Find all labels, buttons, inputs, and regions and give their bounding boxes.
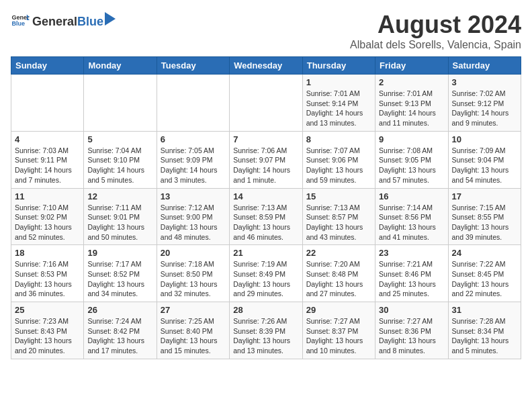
- calendar-week-row: 4Sunrise: 7:03 AMSunset: 9:11 PMDaylight…: [11, 131, 521, 188]
- calendar-week-row: 25Sunrise: 7:23 AMSunset: 8:43 PMDayligh…: [11, 302, 521, 359]
- day-number: 17: [452, 191, 517, 201]
- day-info: Sunrise: 7:15 AMSunset: 8:55 PMDaylight:…: [452, 203, 517, 242]
- day-number: 30: [379, 305, 444, 315]
- calendar-day-cell: 17Sunrise: 7:15 AMSunset: 8:55 PMDayligh…: [448, 188, 521, 245]
- weekday-header-cell: Thursday: [302, 57, 375, 75]
- calendar-day-cell: 21Sunrise: 7:19 AMSunset: 8:49 PMDayligh…: [230, 245, 302, 302]
- calendar-day-cell: 19Sunrise: 7:17 AMSunset: 8:52 PMDayligh…: [84, 245, 157, 302]
- calendar-day-cell: 25Sunrise: 7:23 AMSunset: 8:43 PMDayligh…: [11, 302, 84, 359]
- weekday-header-cell: Friday: [375, 57, 448, 75]
- day-number: 9: [379, 134, 444, 144]
- page-title: August 2024: [350, 11, 521, 39]
- calendar-day-cell: 20Sunrise: 7:18 AMSunset: 8:50 PMDayligh…: [157, 245, 229, 302]
- day-info: Sunrise: 7:12 AMSunset: 9:00 PMDaylight:…: [161, 203, 226, 242]
- calendar-day-cell: [11, 75, 84, 132]
- day-info: Sunrise: 7:04 AMSunset: 9:10 PMDaylight:…: [87, 146, 152, 185]
- calendar-day-cell: 30Sunrise: 7:27 AMSunset: 8:36 PMDayligh…: [375, 302, 448, 359]
- calendar-week-row: 11Sunrise: 7:10 AMSunset: 9:02 PMDayligh…: [11, 188, 521, 245]
- day-info: Sunrise: 7:25 AMSunset: 8:40 PMDaylight:…: [161, 316, 226, 356]
- header: General Blue GeneralBlue August 2024 Alb…: [11, 11, 521, 51]
- calendar-day-cell: 14Sunrise: 7:13 AMSunset: 8:59 PMDayligh…: [230, 188, 302, 245]
- day-info: Sunrise: 7:20 AMSunset: 8:48 PMDaylight:…: [306, 259, 371, 299]
- day-number: 19: [87, 248, 152, 258]
- day-number: 25: [15, 305, 80, 315]
- calendar-day-cell: 18Sunrise: 7:16 AMSunset: 8:53 PMDayligh…: [11, 245, 84, 302]
- day-number: 20: [161, 248, 226, 258]
- logo-arrow-icon: [105, 12, 116, 26]
- day-info: Sunrise: 7:22 AMSunset: 8:45 PMDaylight:…: [452, 259, 517, 299]
- day-number: 26: [87, 305, 152, 315]
- calendar-day-cell: 8Sunrise: 7:07 AMSunset: 9:06 PMDaylight…: [302, 131, 375, 188]
- day-info: Sunrise: 7:16 AMSunset: 8:53 PMDaylight:…: [15, 259, 80, 299]
- title-area: August 2024 Albalat dels Sorells, Valenc…: [350, 11, 521, 51]
- day-number: 16: [379, 191, 444, 201]
- day-info: Sunrise: 7:19 AMSunset: 8:49 PMDaylight:…: [233, 259, 298, 299]
- calendar-day-cell: [84, 75, 157, 132]
- calendar-day-cell: 15Sunrise: 7:13 AMSunset: 8:57 PMDayligh…: [302, 188, 375, 245]
- logo-general-text: General: [32, 15, 77, 29]
- day-number: 15: [306, 191, 371, 201]
- day-info: Sunrise: 7:05 AMSunset: 9:09 PMDaylight:…: [161, 146, 226, 185]
- day-number: 21: [233, 248, 298, 258]
- day-number: 28: [233, 305, 298, 315]
- day-number: 2: [379, 77, 444, 87]
- calendar-week-row: 18Sunrise: 7:16 AMSunset: 8:53 PMDayligh…: [11, 245, 521, 302]
- calendar-day-cell: [157, 75, 229, 132]
- day-number: 8: [306, 134, 371, 144]
- day-info: Sunrise: 7:17 AMSunset: 8:52 PMDaylight:…: [87, 259, 152, 299]
- day-info: Sunrise: 7:09 AMSunset: 9:04 PMDaylight:…: [452, 146, 517, 185]
- calendar-day-cell: 29Sunrise: 7:27 AMSunset: 8:37 PMDayligh…: [302, 302, 375, 359]
- calendar-table: SundayMondayTuesdayWednesdayThursdayFrid…: [11, 56, 521, 359]
- day-info: Sunrise: 7:23 AMSunset: 8:43 PMDaylight:…: [15, 316, 80, 356]
- day-number: 5: [87, 134, 152, 144]
- weekday-header-row: SundayMondayTuesdayWednesdayThursdayFrid…: [11, 57, 521, 75]
- day-info: Sunrise: 7:28 AMSunset: 8:34 PMDaylight:…: [452, 316, 517, 356]
- logo-icon: General Blue: [11, 11, 30, 30]
- calendar-day-cell: 16Sunrise: 7:14 AMSunset: 8:56 PMDayligh…: [375, 188, 448, 245]
- calendar-day-cell: 5Sunrise: 7:04 AMSunset: 9:10 PMDaylight…: [84, 131, 157, 188]
- weekday-header-cell: Monday: [84, 57, 157, 75]
- weekday-header-cell: Wednesday: [230, 57, 302, 75]
- day-number: 12: [87, 191, 152, 201]
- day-info: Sunrise: 7:01 AMSunset: 9:14 PMDaylight:…: [306, 89, 371, 128]
- day-number: 13: [161, 191, 226, 201]
- calendar-day-cell: 10Sunrise: 7:09 AMSunset: 9:04 PMDayligh…: [448, 131, 521, 188]
- day-number: 4: [15, 134, 80, 144]
- day-info: Sunrise: 7:08 AMSunset: 9:05 PMDaylight:…: [379, 146, 444, 185]
- calendar-day-cell: 31Sunrise: 7:28 AMSunset: 8:34 PMDayligh…: [448, 302, 521, 359]
- day-number: 27: [161, 305, 226, 315]
- day-number: 14: [233, 191, 298, 201]
- day-info: Sunrise: 7:02 AMSunset: 9:12 PMDaylight:…: [452, 89, 517, 128]
- weekday-header-cell: Saturday: [448, 57, 521, 75]
- calendar-day-cell: 1Sunrise: 7:01 AMSunset: 9:14 PMDaylight…: [302, 75, 375, 132]
- calendar-day-cell: 22Sunrise: 7:20 AMSunset: 8:48 PMDayligh…: [302, 245, 375, 302]
- day-number: 3: [452, 77, 517, 87]
- day-info: Sunrise: 7:10 AMSunset: 9:02 PMDaylight:…: [15, 203, 80, 242]
- calendar-day-cell: 7Sunrise: 7:06 AMSunset: 9:07 PMDaylight…: [230, 131, 302, 188]
- calendar-day-cell: 26Sunrise: 7:24 AMSunset: 8:42 PMDayligh…: [84, 302, 157, 359]
- weekday-header-cell: Sunday: [11, 57, 84, 75]
- day-info: Sunrise: 7:27 AMSunset: 8:37 PMDaylight:…: [306, 316, 371, 356]
- page-subtitle: Albalat dels Sorells, Valencia, Spain: [350, 39, 521, 51]
- day-info: Sunrise: 7:06 AMSunset: 9:07 PMDaylight:…: [233, 146, 298, 185]
- day-number: 29: [306, 305, 371, 315]
- day-info: Sunrise: 7:26 AMSunset: 8:39 PMDaylight:…: [233, 316, 298, 356]
- calendar-day-cell: 28Sunrise: 7:26 AMSunset: 8:39 PMDayligh…: [230, 302, 302, 359]
- day-info: Sunrise: 7:14 AMSunset: 8:56 PMDaylight:…: [379, 203, 444, 242]
- calendar-body: 1Sunrise: 7:01 AMSunset: 9:14 PMDaylight…: [11, 75, 521, 359]
- calendar-day-cell: 24Sunrise: 7:22 AMSunset: 8:45 PMDayligh…: [448, 245, 521, 302]
- logo-blue-text: Blue: [77, 15, 103, 29]
- day-info: Sunrise: 7:03 AMSunset: 9:11 PMDaylight:…: [15, 146, 80, 185]
- calendar-day-cell: 9Sunrise: 7:08 AMSunset: 9:05 PMDaylight…: [375, 131, 448, 188]
- day-number: 1: [306, 77, 371, 87]
- calendar-day-cell: 13Sunrise: 7:12 AMSunset: 9:00 PMDayligh…: [157, 188, 229, 245]
- svg-text:Blue: Blue: [11, 20, 25, 27]
- day-info: Sunrise: 7:21 AMSunset: 8:46 PMDaylight:…: [379, 259, 444, 299]
- weekday-header-cell: Tuesday: [157, 57, 229, 75]
- calendar-day-cell: 6Sunrise: 7:05 AMSunset: 9:09 PMDaylight…: [157, 131, 229, 188]
- calendar-day-cell: 11Sunrise: 7:10 AMSunset: 9:02 PMDayligh…: [11, 188, 84, 245]
- calendar-day-cell: 3Sunrise: 7:02 AMSunset: 9:12 PMDaylight…: [448, 75, 521, 132]
- day-number: 11: [15, 191, 80, 201]
- calendar-day-cell: 12Sunrise: 7:11 AMSunset: 9:01 PMDayligh…: [84, 188, 157, 245]
- day-number: 6: [161, 134, 226, 144]
